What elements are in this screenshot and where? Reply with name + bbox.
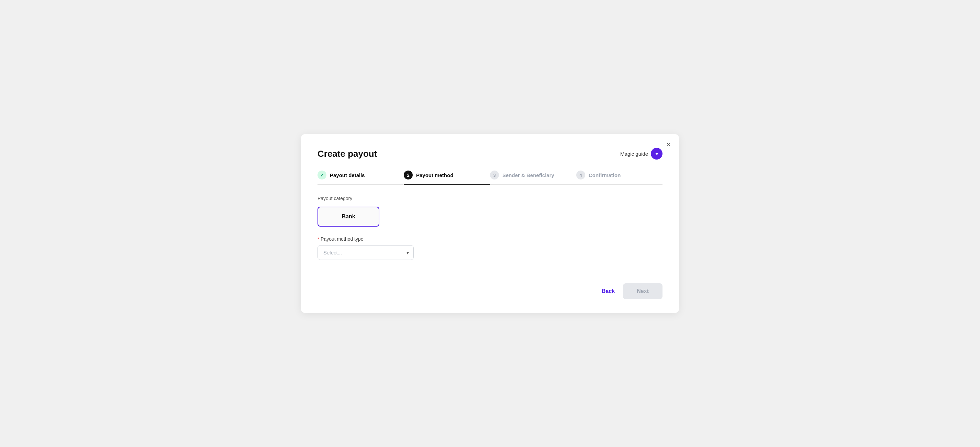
field-label-text: Payout method type	[321, 236, 364, 242]
modal-footer: Back Next	[318, 272, 662, 299]
step-4-label: Confirmation	[589, 172, 620, 178]
magic-guide-button[interactable]: Magic guide ✦	[620, 148, 662, 160]
payout-method-type-select[interactable]: Select...	[318, 245, 414, 260]
field-label-wrapper: * Payout method type	[318, 236, 662, 242]
payout-method-type-wrapper: Select... ▾	[318, 245, 414, 260]
modal: × Create payout Magic guide ✦ ✓ Payout d…	[301, 134, 679, 313]
content-area: Payout category Bank * Payout method typ…	[318, 196, 662, 260]
close-button[interactable]: ×	[666, 141, 671, 148]
bank-category-button[interactable]: Bank	[318, 207, 379, 227]
modal-header: Create payout Magic guide ✦	[318, 148, 662, 160]
page-title: Create payout	[318, 148, 377, 159]
step-4[interactable]: 4 Confirmation	[576, 171, 662, 184]
step-1-label: Payout details	[330, 172, 365, 178]
step-1-badge: ✓	[318, 171, 326, 179]
step-1[interactable]: ✓ Payout details	[318, 171, 404, 184]
step-3-label: Sender & Beneficiary	[503, 172, 554, 178]
magic-guide-icon: ✦	[651, 148, 662, 160]
step-2[interactable]: 2 Payout method	[404, 171, 490, 184]
step-2-label: Payout method	[416, 172, 453, 178]
required-star: *	[318, 236, 319, 242]
stepper: ✓ Payout details 2 Payout method 3 Sende…	[318, 171, 662, 185]
next-button[interactable]: Next	[623, 283, 662, 299]
magic-guide-label: Magic guide	[620, 151, 648, 157]
back-button[interactable]: Back	[602, 288, 615, 294]
step-2-badge: 2	[404, 171, 413, 179]
step-3-badge: 3	[490, 171, 499, 179]
step-4-badge: 4	[576, 171, 585, 179]
section-label: Payout category	[318, 196, 662, 201]
step-3[interactable]: 3 Sender & Beneficiary	[490, 171, 576, 184]
